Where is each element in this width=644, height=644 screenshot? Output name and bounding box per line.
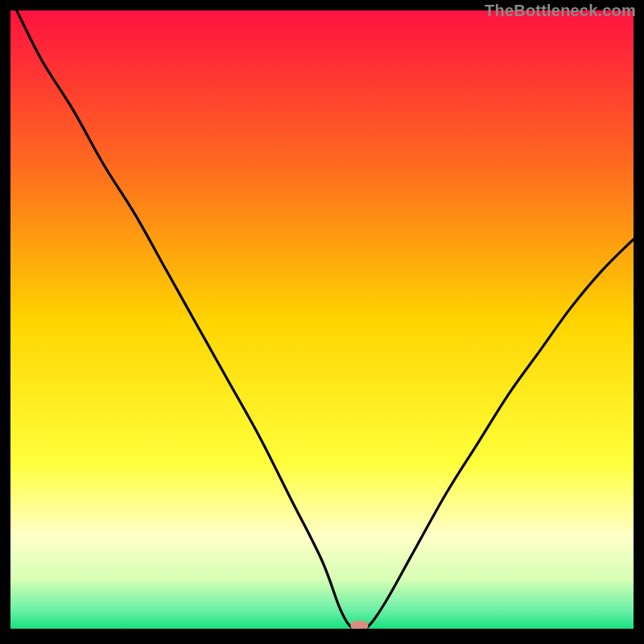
bottleneck-chart bbox=[0, 0, 644, 644]
optimal-marker bbox=[350, 621, 368, 630]
chart-stage: TheBottleneck.com bbox=[0, 0, 644, 644]
gradient-background bbox=[10, 10, 634, 629]
watermark-label: TheBottleneck.com bbox=[485, 2, 636, 20]
